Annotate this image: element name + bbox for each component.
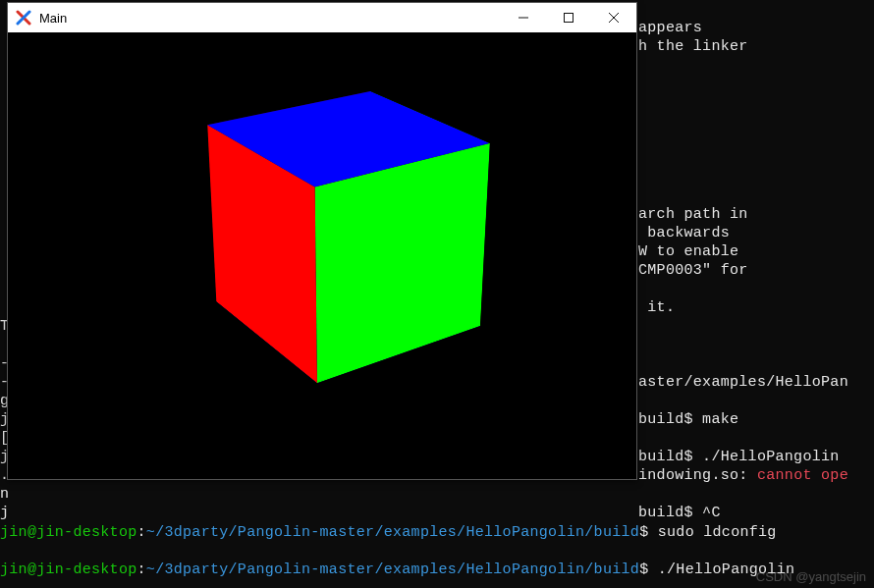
term-frag-12: W to enable xyxy=(638,243,738,260)
rgb-cube xyxy=(257,115,426,339)
term-frag-13: CMP0003" for xyxy=(638,262,748,279)
error-text: cannot ope xyxy=(757,467,848,484)
prompt-user: jin@jin-desktop xyxy=(0,561,137,578)
watermark: CSDN @yangtsejin xyxy=(756,569,866,584)
cube-scene xyxy=(247,129,444,325)
term-frag-23: build$ ./HelloPangolin xyxy=(638,449,840,465)
terminal-bottom: jin@jin-desktop:~/3dparty/Pangolin-maste… xyxy=(0,505,874,588)
svg-rect-3 xyxy=(565,14,574,23)
term-frag-10: arch path in xyxy=(638,206,748,223)
term-frag-19: aster/examples/HelloPan xyxy=(638,374,848,391)
prompt-cmd: sudo ldconfig xyxy=(648,524,776,541)
prompt-line-1: jin@jin-desktop:~/3dparty/Pangolin-maste… xyxy=(0,523,874,542)
prompt-path: ~/3dparty/Pangolin-master/examples/Hello… xyxy=(146,561,639,578)
term-frag-1: h the linker xyxy=(638,38,748,55)
gl-viewport[interactable] xyxy=(8,32,636,479)
titlebar[interactable]: Main xyxy=(8,3,636,32)
term-frag-0: appears xyxy=(638,20,702,36)
window-title: Main xyxy=(39,11,67,26)
terminal-right-fragment: appears h the linker arch path in backwa… xyxy=(638,0,874,522)
maximize-button[interactable] xyxy=(546,3,591,32)
app-window[interactable]: Main xyxy=(7,2,637,480)
app-x-icon xyxy=(16,10,31,26)
term-frag-24: indowing.so: cannot ope xyxy=(638,467,848,484)
term-frag-21: build$ make xyxy=(638,411,738,428)
term-frag-11: backwards xyxy=(638,225,730,241)
lf-n: n xyxy=(0,486,9,503)
prompt-path: ~/3dparty/Pangolin-master/examples/Hello… xyxy=(146,524,639,541)
close-icon xyxy=(609,13,619,23)
close-button[interactable] xyxy=(591,3,636,32)
minimize-icon xyxy=(519,13,528,23)
term-frag-15: it. xyxy=(638,299,675,316)
prompt-line-2: jin@jin-desktop:~/3dparty/Pangolin-maste… xyxy=(0,561,874,579)
minimize-button[interactable] xyxy=(501,3,546,32)
prompt-user: jin@jin-desktop xyxy=(0,524,137,541)
maximize-icon xyxy=(564,13,574,23)
